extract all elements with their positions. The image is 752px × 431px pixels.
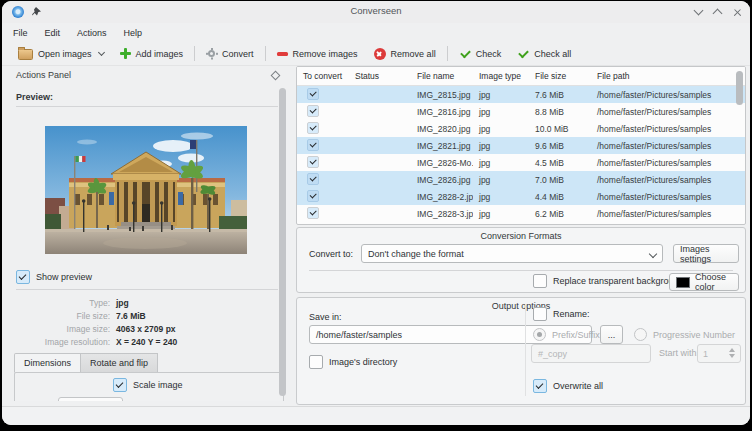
- partial-widget: [58, 397, 123, 401]
- conversion-formats-group: Conversion Formats Convert to: Don't cha…: [296, 227, 746, 293]
- row-checkbox[interactable]: [307, 105, 319, 117]
- file-path-cell: /home/faster/Pictures/samples: [591, 107, 745, 117]
- add-images-button[interactable]: Add images: [112, 44, 192, 64]
- table-row[interactable]: IMG_2821.jpgjpg9.6 MiB/home/faster/Pictu…: [297, 137, 745, 154]
- maximize-button[interactable]: [713, 9, 723, 19]
- to-convert-cell: [297, 88, 349, 102]
- minimize-button[interactable]: [694, 6, 704, 16]
- rename-row: Rename:: [533, 307, 590, 321]
- remove-images-button[interactable]: Remove images: [269, 44, 366, 64]
- progressive-number-radio[interactable]: [634, 328, 647, 341]
- column-header[interactable]: To convert: [297, 71, 349, 81]
- table-header: To convertStatusFile nameImage typeFile …: [297, 67, 745, 86]
- images-settings-label: Images settings: [680, 244, 732, 264]
- check-all-button[interactable]: Check all: [509, 44, 579, 64]
- table-row[interactable]: IMG_2826.jpgjpg7.0 MiB/home/faster/Pictu…: [297, 171, 745, 188]
- images-settings-button[interactable]: Images settings: [673, 244, 739, 263]
- scale-image-checkbox[interactable]: [113, 378, 127, 392]
- rename-label: Rename:: [553, 309, 590, 319]
- folder-open-icon: [18, 49, 33, 60]
- progressive-number-label: Progressive Number: [653, 330, 735, 340]
- info-value: jpg: [116, 298, 129, 308]
- to-convert-cell: [297, 173, 349, 187]
- tab-dimensions[interactable]: Dimensions: [14, 353, 81, 373]
- toolbar-button-label: Check all: [534, 49, 571, 59]
- format-combobox[interactable]: Don't change the format: [361, 244, 663, 263]
- info-label: Type:: [8, 298, 110, 308]
- table-row[interactable]: IMG_2816.jpgjpg8.8 MiB/home/faster/Pictu…: [297, 103, 745, 120]
- save-in-value: /home/faster/samples: [316, 330, 402, 340]
- file-path-cell: /home/faster/Pictures/samples: [591, 209, 745, 219]
- convert-to-label: Convert to:: [309, 249, 353, 259]
- spinner-arrows-icon[interactable]: [729, 348, 735, 358]
- images-directory-checkbox[interactable]: [309, 355, 323, 369]
- check-all-icon: [517, 48, 529, 59]
- column-header[interactable]: File name: [411, 71, 473, 81]
- prefix-suffix-row: Prefix/Suffix: [533, 328, 600, 341]
- file-path-cell: /home/faster/Pictures/samples: [591, 192, 745, 202]
- file-size-cell: 4.4 MiB: [529, 192, 591, 202]
- menu-item-edit[interactable]: Edit: [45, 28, 61, 38]
- convert-button[interactable]: Convert: [198, 44, 262, 64]
- scale-image-label: Scale image: [133, 380, 183, 390]
- column-header[interactable]: Image type: [473, 71, 529, 81]
- toolbar-button-label: Remove images: [293, 49, 358, 59]
- start-with-spinner[interactable]: 1: [697, 344, 741, 363]
- browse-button[interactable]: ...: [600, 325, 623, 344]
- prefix-suffix-label: Prefix/Suffix: [552, 330, 600, 340]
- menu-item-file[interactable]: File: [13, 28, 28, 38]
- tab-rotate-and-flip[interactable]: Rotate and flip: [81, 353, 158, 373]
- file-name-cell: IMG_2826-Mo…: [411, 158, 473, 168]
- show-preview-checkbox[interactable]: [16, 270, 30, 284]
- progressive-number-row: Progressive Number: [634, 328, 735, 341]
- row-checkbox[interactable]: [307, 156, 319, 168]
- panel-scrollbar[interactable]: [279, 88, 286, 396]
- float-panel-icon[interactable]: [271, 71, 281, 81]
- table-row[interactable]: IMG_2828-2.jpgjpg4.4 MiB/home/faster/Pic…: [297, 188, 745, 205]
- start-with-label: Start with:: [659, 348, 699, 358]
- table-row[interactable]: IMG_2815.jpgjpg7.6 MiB/home/faster/Pictu…: [297, 86, 745, 103]
- replace-bg-row: Replace transparent background: [533, 274, 684, 288]
- table-scrollbar[interactable]: [736, 71, 743, 105]
- row-checkbox[interactable]: [307, 207, 319, 219]
- replace-bg-label: Replace transparent background: [553, 276, 684, 286]
- replace-transparent-background-checkbox[interactable]: [533, 274, 547, 288]
- column-header[interactable]: Status: [349, 71, 411, 81]
- rename-checkbox[interactable]: [533, 307, 547, 321]
- rename-pattern-input[interactable]: #_copy: [531, 344, 651, 363]
- dimensions-tab-content: Scale image: [14, 372, 284, 401]
- open-images-button[interactable]: Open images: [10, 44, 112, 64]
- close-button[interactable]: [733, 8, 742, 17]
- check-icon: [459, 48, 471, 59]
- to-convert-cell: [297, 105, 349, 119]
- file-name-cell: IMG_2820.jpg: [411, 124, 473, 134]
- column-header[interactable]: File path: [591, 71, 745, 81]
- row-checkbox[interactable]: [307, 88, 319, 100]
- menu-bar: FileEditActionsHelp: [2, 23, 750, 42]
- prefix-suffix-radio[interactable]: [533, 328, 546, 341]
- image-type-cell: jpg: [473, 141, 529, 151]
- image-info: Type:jpgFile size:7.6 MiBImage size:4063…: [8, 296, 291, 348]
- row-checkbox[interactable]: [307, 139, 319, 151]
- file-path-cell: /home/faster/Pictures/samples: [591, 90, 745, 100]
- table-row[interactable]: IMG_2820.jpgjpg10.0 MiB/home/faster/Pict…: [297, 120, 745, 137]
- to-convert-cell: [297, 207, 349, 221]
- choose-color-button[interactable]: Choose color: [669, 273, 739, 291]
- check-button[interactable]: Check: [451, 44, 510, 64]
- file-path-cell: /home/faster/Pictures/samples: [591, 175, 745, 185]
- toolbar-button-label: Convert: [222, 49, 254, 59]
- menu-item-actions[interactable]: Actions: [77, 28, 107, 38]
- menu-item-help[interactable]: Help: [124, 28, 143, 38]
- file-size-cell: 7.0 MiB: [529, 175, 591, 185]
- row-checkbox[interactable]: [307, 122, 319, 134]
- table-row[interactable]: IMG_2826-Mo…jpg4.5 MiB/home/faster/Pictu…: [297, 154, 745, 171]
- overwrite-all-checkbox[interactable]: [533, 379, 547, 393]
- to-convert-cell: [297, 190, 349, 204]
- row-checkbox[interactable]: [307, 190, 319, 202]
- table-row[interactable]: IMG_2828-3.jpgjpg6.2 MiB/home/faster/Pic…: [297, 205, 745, 222]
- window-title: Converseen: [2, 5, 750, 16]
- row-checkbox[interactable]: [307, 173, 319, 185]
- column-header[interactable]: File size: [529, 71, 591, 81]
- remove-all-button[interactable]: Remove all: [366, 44, 444, 64]
- toolbar-button-label: Add images: [136, 49, 184, 59]
